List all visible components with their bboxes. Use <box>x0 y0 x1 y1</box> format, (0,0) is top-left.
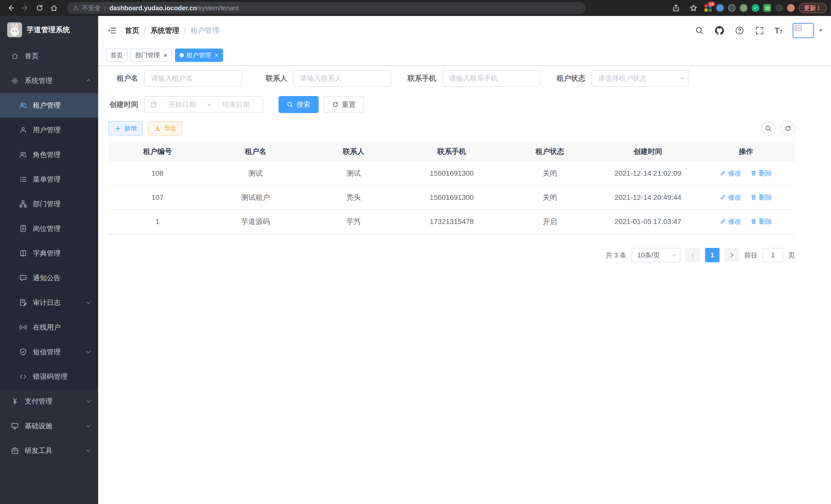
tab-home[interactable]: 首页 <box>106 49 127 62</box>
edit-link[interactable]: 修改 <box>720 217 741 226</box>
sidebar-item-notice[interactable]: 通知公告 <box>0 266 98 290</box>
cell-created: 2021-12-14 20:49:44 <box>599 185 697 210</box>
post-badge-icon <box>19 225 27 233</box>
page-size-select[interactable]: 10条/页 <box>632 248 681 262</box>
dict-book-icon <box>19 249 27 258</box>
page-unit-label: 页 <box>789 251 795 260</box>
cell-name: 测试租户 <box>207 185 305 210</box>
extension-dark-icon[interactable] <box>728 4 736 12</box>
date-end: 结束日期 <box>214 100 257 109</box>
sidebar-item-role[interactable]: 角色管理 <box>0 142 98 167</box>
cell-actions: 修改 删除 <box>697 161 795 185</box>
sidebar-item-tenant[interactable]: 租户管理 <box>0 93 98 118</box>
extension-dots-icon[interactable]: 10 <box>704 4 712 12</box>
sidebar-item-dev-tools[interactable]: 研发工具 <box>0 438 98 463</box>
sidebar-item-user[interactable]: 用户管理 <box>0 118 98 142</box>
page-number-button[interactable]: 1 <box>705 248 719 262</box>
font-size-icon[interactable]: TT <box>774 26 783 35</box>
breadcrumb-separator: / <box>144 26 146 35</box>
cell-id: 107 <box>109 185 207 210</box>
avatar-caret-icon[interactable] <box>819 29 823 32</box>
refresh-table-button[interactable] <box>781 121 795 136</box>
search-button[interactable]: 搜索 <box>279 96 319 113</box>
back-icon[interactable] <box>4 2 18 14</box>
close-icon[interactable]: × <box>214 52 219 59</box>
phone-input[interactable] <box>442 70 540 87</box>
sidebar-item-payment[interactable]: 支付管理 <box>0 389 98 414</box>
extensions-puzzle-icon[interactable] <box>775 4 783 12</box>
col-contact: 联系人 <box>305 142 403 161</box>
prev-page-button[interactable] <box>686 248 700 262</box>
breadcrumb-system[interactable]: 系统管理 <box>150 26 179 35</box>
cell-contact: 秃头 <box>305 185 403 210</box>
tenant-icon <box>19 101 27 110</box>
contact-input[interactable] <box>293 70 391 87</box>
browser-update-button[interactable]: 更新 ⋮ <box>799 3 827 13</box>
home-icon[interactable] <box>47 2 61 14</box>
status-select[interactable]: 请选择租户状态 <box>592 70 689 87</box>
sidebar-item-error-code[interactable]: 错误码管理 <box>0 364 98 389</box>
sidebar-fold-icon[interactable] <box>106 25 118 36</box>
address-bar[interactable]: ⚠ 不安全 | dashboard.yudao.iocoder.cn/syste… <box>67 2 586 14</box>
broken-image-icon <box>795 25 802 31</box>
top-navbar: 首页 / 系统管理 / 租户管理 TT <box>98 16 831 45</box>
tenant-name-input[interactable] <box>144 70 242 87</box>
sidebar-item-system[interactable]: 系统管理 <box>0 68 98 93</box>
extension-green-square-icon[interactable]: ▤ <box>764 4 771 12</box>
app-title: 芋道管理系统 <box>27 25 70 35</box>
avatar[interactable] <box>793 23 814 38</box>
extension-sage-icon[interactable] <box>740 4 747 12</box>
toggle-search-button[interactable] <box>761 121 775 136</box>
help-icon[interactable] <box>735 25 745 36</box>
goto-page-input[interactable] <box>763 248 783 262</box>
extension-blue-icon[interactable] <box>716 4 724 12</box>
audit-log-icon <box>19 298 27 307</box>
export-button[interactable]: 导出 <box>148 121 182 136</box>
create-time-range-picker[interactable]: 开始日期 - 结束日期 <box>144 96 263 113</box>
forward-icon[interactable] <box>19 2 32 14</box>
chevron-down-icon <box>86 448 91 452</box>
sidebar-item-menu[interactable]: 菜单管理 <box>0 167 98 191</box>
search-icon[interactable] <box>694 25 705 36</box>
cell-name: 测试 <box>207 161 305 185</box>
close-icon[interactable]: × <box>164 52 167 59</box>
trash-icon <box>751 170 757 176</box>
add-button[interactable]: 新增 <box>109 121 143 136</box>
delete-link[interactable]: 删除 <box>751 217 772 226</box>
sidebar-item-dict[interactable]: 字典管理 <box>0 241 98 266</box>
sidebar-item-online-user[interactable]: 在线用户 <box>0 315 98 339</box>
security-label: 不安全 <box>82 4 101 12</box>
logo-rabbit-avatar <box>7 22 22 37</box>
edit-link[interactable]: 修改 <box>720 193 741 202</box>
sidebar-item-dept[interactable]: 部门管理 <box>0 191 98 216</box>
reload-icon[interactable] <box>33 2 46 14</box>
cell-status: 关闭 <box>501 185 599 210</box>
browser-profile-avatar[interactable] <box>787 4 795 12</box>
share-icon[interactable] <box>669 2 683 14</box>
col-phone: 联系手机 <box>403 142 501 161</box>
breadcrumb-home[interactable]: 首页 <box>125 26 139 35</box>
reset-button[interactable]: 重置 <box>324 96 364 113</box>
next-page-button[interactable] <box>725 248 739 262</box>
cell-created: 2021-12-14 21:02:09 <box>599 161 697 185</box>
sidebar-item-audit-log[interactable]: 审计日志 <box>0 290 98 315</box>
app-logo[interactable]: 芋道管理系统 <box>0 16 98 44</box>
bookmark-star-icon[interactable] <box>687 2 700 14</box>
extension-check-icon[interactable]: ✓ <box>752 4 759 12</box>
search-icon <box>765 125 772 132</box>
trash-icon <box>751 194 757 200</box>
sidebar-item-post[interactable]: 岗位管理 <box>0 216 98 241</box>
sidebar-menu: 首页 系统管理 租户管理 用户管理 角色管理 菜单管理 <box>0 44 98 504</box>
online-signal-icon <box>19 323 27 331</box>
fullscreen-icon[interactable] <box>754 25 765 36</box>
tab-tenant[interactable]: 租户管理 × <box>175 49 223 62</box>
sidebar-item-sms[interactable]: 短信管理 <box>0 339 98 364</box>
tab-dept[interactable]: 部门管理 × <box>131 49 172 62</box>
sidebar-item-home[interactable]: 首页 <box>0 44 98 68</box>
sidebar-item-infra[interactable]: 基础设施 <box>0 414 98 438</box>
chevron-down-icon <box>86 300 91 304</box>
edit-link[interactable]: 修改 <box>720 169 741 178</box>
github-icon[interactable] <box>714 25 725 36</box>
delete-link[interactable]: 删除 <box>751 193 772 202</box>
delete-link[interactable]: 删除 <box>751 169 772 178</box>
